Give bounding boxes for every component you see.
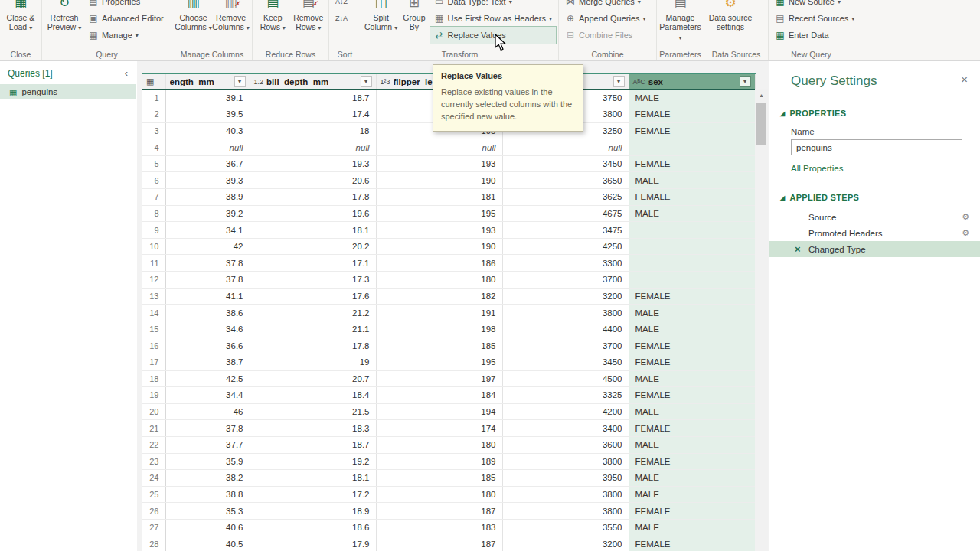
cell[interactable]: 4500 <box>502 370 629 387</box>
cell[interactable]: 184 <box>376 387 502 404</box>
cell[interactable]: 3800 <box>502 453 629 470</box>
cell[interactable]: 35.9 <box>165 453 250 470</box>
cell[interactable]: 17.1 <box>250 255 376 272</box>
manage-button[interactable]: ▦ Manage ▾ <box>84 27 168 44</box>
cell[interactable]: 35.3 <box>165 503 250 520</box>
cell[interactable]: 195 <box>376 205 502 222</box>
vertical-scrollbar[interactable]: ▲ <box>755 89 768 551</box>
cell[interactable]: 174 <box>376 420 502 437</box>
cell[interactable]: 38.7 <box>165 354 250 371</box>
remove-rows-button[interactable]: ▤✗ Remove Rows ▾ <box>291 0 327 32</box>
all-properties-link[interactable]: All Properties <box>791 164 980 173</box>
cell[interactable]: 39.5 <box>165 106 250 123</box>
row-number[interactable]: 7 <box>142 189 165 206</box>
cell[interactable] <box>629 139 755 156</box>
cell[interactable]: 18.6 <box>250 519 376 536</box>
cell[interactable]: 197 <box>376 370 502 387</box>
cell[interactable]: 187 <box>376 503 502 520</box>
cell[interactable]: 17.8 <box>250 337 376 354</box>
cell[interactable]: 19.6 <box>250 205 376 222</box>
cell[interactable]: 38.8 <box>165 486 250 503</box>
cell[interactable]: 4200 <box>502 403 629 420</box>
cell[interactable]: 18.1 <box>250 470 376 487</box>
cell[interactable]: FEMALE <box>629 122 755 139</box>
cell[interactable]: MALE <box>629 370 755 387</box>
sort-descending-button[interactable]: Z↓A <box>332 10 351 27</box>
cell[interactable]: 3200 <box>502 536 629 551</box>
row-number[interactable]: 24 <box>142 470 165 487</box>
cell[interactable]: FEMALE <box>629 453 755 470</box>
cell[interactable]: 3800 <box>502 503 629 520</box>
cell[interactable]: 34.4 <box>165 387 250 404</box>
cell[interactable]: 17.6 <box>250 288 376 305</box>
cell[interactable]: FEMALE <box>629 536 755 551</box>
cell[interactable] <box>629 255 755 272</box>
cell[interactable]: 18.1 <box>250 222 376 239</box>
cell[interactable]: 3700 <box>502 337 629 354</box>
cell[interactable]: MALE <box>629 403 755 420</box>
cell[interactable]: FEMALE <box>629 420 755 437</box>
group-by-button[interactable]: ⊞ Group By <box>398 0 430 32</box>
cell[interactable] <box>629 222 755 239</box>
cell[interactable]: MALE <box>629 519 755 536</box>
cell[interactable]: 3200 <box>502 288 629 305</box>
table-select-all[interactable]: ▦ <box>142 73 165 90</box>
cell[interactable]: 180 <box>376 436 502 453</box>
cell[interactable]: 38.9 <box>165 189 250 206</box>
cell[interactable]: 180 <box>376 486 502 503</box>
cell[interactable]: 182 <box>376 288 502 305</box>
cell[interactable]: MALE <box>629 486 755 503</box>
cell[interactable]: 39.2 <box>165 205 250 222</box>
row-number[interactable]: 6 <box>142 172 165 189</box>
new-source-button[interactable]: ▦ New Source ▾ <box>771 0 858 10</box>
cell[interactable]: MALE <box>629 205 755 222</box>
row-number[interactable]: 28 <box>142 536 165 551</box>
cell[interactable]: 3300 <box>502 255 629 272</box>
properties-section-header[interactable]: ◢ PROPERTIES <box>780 109 980 118</box>
column-header-ength_mm[interactable]: ength_mm▾ <box>165 73 250 90</box>
cell[interactable]: 20.7 <box>250 370 376 387</box>
use-first-row-as-headers-button[interactable]: ▦ Use First Row as Headers ▾ <box>430 10 556 27</box>
cell[interactable]: 17.2 <box>250 486 376 503</box>
applied-step-promoted-headers[interactable]: Promoted Headers⚙ <box>769 225 980 241</box>
cell[interactable]: 191 <box>376 305 502 321</box>
cell[interactable]: null <box>165 139 250 156</box>
cell[interactable]: 3400 <box>502 420 629 437</box>
cell[interactable]: 20.6 <box>250 172 376 189</box>
keep-rows-button[interactable]: ▤ Keep Rows ▾ <box>255 0 291 32</box>
row-number[interactable]: 1 <box>142 90 165 106</box>
cell[interactable]: 3325 <box>502 387 629 404</box>
row-number[interactable]: 10 <box>142 238 165 255</box>
row-number[interactable]: 13 <box>142 288 165 305</box>
row-number[interactable]: 15 <box>142 321 165 337</box>
cell[interactable]: 3625 <box>502 189 629 206</box>
cell[interactable]: 37.8 <box>165 272 250 289</box>
cell[interactable]: null <box>502 139 629 156</box>
column-header-sex[interactable]: AᴮCsex▾ <box>629 73 755 90</box>
advanced-editor-button[interactable]: ▣ Advanced Editor <box>84 10 168 27</box>
cell[interactable]: null <box>376 139 502 156</box>
cell[interactable]: 180 <box>376 272 502 289</box>
cell[interactable]: MALE <box>629 90 755 106</box>
cell[interactable]: 18.4 <box>250 387 376 404</box>
row-number[interactable]: 4 <box>142 139 165 156</box>
cell[interactable]: 37.8 <box>165 255 250 272</box>
cell[interactable]: 185 <box>376 337 502 354</box>
data-source-settings-button[interactable]: ⚙ Data source settings <box>707 0 754 32</box>
cell[interactable]: 19.3 <box>250 155 376 172</box>
cell[interactable]: 18 <box>250 122 376 139</box>
cell[interactable]: 3700 <box>502 272 629 289</box>
cell[interactable]: 17.3 <box>250 272 376 289</box>
scrollbar-thumb[interactable] <box>756 103 766 145</box>
cell[interactable]: 36.7 <box>165 155 250 172</box>
row-number[interactable]: 9 <box>142 222 165 239</box>
row-number[interactable]: 20 <box>142 403 165 420</box>
row-number[interactable]: 17 <box>142 354 165 371</box>
recent-sources-button[interactable]: ▤ Recent Sources ▾ <box>771 10 858 27</box>
cell[interactable]: 34.6 <box>165 321 250 337</box>
remove-columns-button[interactable]: ▥✗ Remove Columns ▾ <box>212 0 250 32</box>
row-number[interactable]: 3 <box>142 122 165 139</box>
cell[interactable]: 21.2 <box>250 305 376 321</box>
cell[interactable]: FEMALE <box>629 288 755 305</box>
row-number[interactable]: 25 <box>142 486 165 503</box>
